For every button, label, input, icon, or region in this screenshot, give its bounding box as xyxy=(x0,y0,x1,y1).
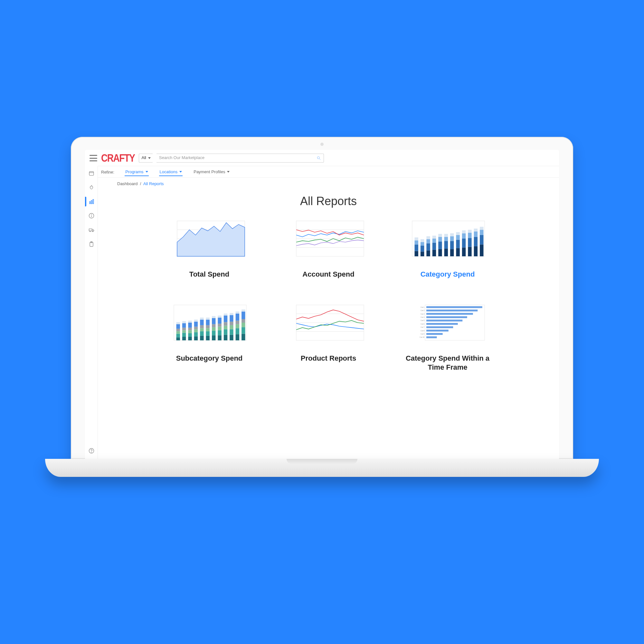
filter-payment-profiles-label: Payment Profiles xyxy=(194,169,225,174)
filter-programs-label: Programs xyxy=(125,169,143,174)
svg-rect-130 xyxy=(230,325,233,329)
svg-rect-27 xyxy=(414,241,418,245)
report-card-product-reports[interactable]: Product Reports xyxy=(280,302,377,372)
svg-rect-113 xyxy=(212,324,215,327)
svg-rect-96 xyxy=(194,321,198,327)
svg-rect-133 xyxy=(230,313,233,315)
svg-rect-84 xyxy=(182,323,186,327)
svg-rect-92 xyxy=(194,336,198,340)
svg-rect-140 xyxy=(241,334,245,340)
svg-rect-44 xyxy=(438,234,442,237)
svg-rect-112 xyxy=(212,327,215,331)
truck-icon[interactable] xyxy=(88,226,95,233)
svg-rect-61 xyxy=(468,247,471,256)
search-box: Search Our Marketplace xyxy=(156,154,324,163)
svg-rect-122 xyxy=(224,335,227,340)
svg-rect-158 xyxy=(426,329,449,331)
svg-rect-63 xyxy=(468,233,471,238)
svg-rect-53 xyxy=(456,248,459,256)
svg-rect-35 xyxy=(426,239,430,243)
clipboard-icon[interactable] xyxy=(88,241,95,248)
svg-rect-70 xyxy=(480,235,483,244)
search-input[interactable]: Search Our Marketplace xyxy=(156,154,324,163)
svg-rect-42 xyxy=(438,241,442,249)
report-card-label: Subcategory Spend xyxy=(176,354,243,363)
svg-rect-78 xyxy=(176,324,180,328)
topbar: CRAFTY All Search Our Marketplace xyxy=(85,150,559,166)
svg-rect-46 xyxy=(444,241,448,249)
breadcrumb-root[interactable]: Dashboard xyxy=(117,181,138,186)
svg-rect-111 xyxy=(212,331,215,335)
svg-rect-65 xyxy=(474,246,478,256)
search-category-select[interactable]: All xyxy=(139,154,153,163)
svg-rect-33 xyxy=(426,251,430,256)
svg-rect-62 xyxy=(468,238,471,247)
filter-locations-label: Locations xyxy=(160,169,178,174)
svg-rect-57 xyxy=(462,248,466,257)
bar-chart-icon xyxy=(406,218,489,263)
svg-rect-153 xyxy=(426,313,473,315)
svg-rect-88 xyxy=(188,330,192,333)
svg-rect-5 xyxy=(93,199,94,204)
svg-text:Cat 7: Cat 7 xyxy=(421,326,424,328)
report-card-total-spend[interactable]: Total Spend xyxy=(161,218,258,279)
svg-rect-31 xyxy=(421,242,424,246)
svg-rect-43 xyxy=(438,237,442,242)
report-card-label: Total Spend xyxy=(189,270,229,279)
svg-text:Cat 9: Cat 9 xyxy=(421,333,424,335)
info-icon[interactable] xyxy=(88,212,95,219)
svg-rect-56 xyxy=(456,232,459,235)
svg-rect-105 xyxy=(206,331,210,336)
filterbar: Refine: Programs Locations Payment Profi… xyxy=(85,166,559,178)
svg-rect-38 xyxy=(432,243,436,250)
breadcrumb-current[interactable]: All Reports xyxy=(143,181,164,186)
svg-rect-114 xyxy=(212,318,215,324)
svg-rect-117 xyxy=(218,330,221,335)
report-card-category-spend-timeframe[interactable]: Cat 1Cat 2Cat 3Cat 4Cat 5Cat 6Cat 7Cat 8… xyxy=(399,302,496,372)
svg-rect-99 xyxy=(200,331,204,336)
chevron-down-icon xyxy=(146,171,148,173)
laptop-base xyxy=(45,459,599,477)
svg-point-10 xyxy=(90,231,90,232)
svg-rect-40 xyxy=(432,236,436,239)
chevron-down-icon xyxy=(227,171,230,173)
svg-rect-131 xyxy=(230,321,233,325)
svg-rect-102 xyxy=(200,319,204,325)
filter-programs[interactable]: Programs xyxy=(125,168,148,176)
svg-rect-3 xyxy=(90,202,90,204)
svg-rect-2 xyxy=(89,172,93,175)
svg-rect-139 xyxy=(236,311,239,313)
svg-text:Cat 3: Cat 3 xyxy=(421,313,424,315)
report-card-label: Account Spend xyxy=(302,270,354,279)
svg-rect-47 xyxy=(444,237,448,241)
filter-locations[interactable]: Locations xyxy=(159,168,183,176)
home-icon[interactable] xyxy=(88,170,95,177)
svg-rect-109 xyxy=(206,317,210,319)
svg-rect-58 xyxy=(462,239,466,248)
search-category-select-label: All xyxy=(142,155,146,160)
svg-rect-120 xyxy=(218,317,221,324)
svg-rect-55 xyxy=(456,235,459,240)
apple-icon[interactable] xyxy=(88,184,95,191)
svg-rect-51 xyxy=(450,236,454,241)
report-card-category-spend[interactable]: Category Spend xyxy=(399,218,496,279)
reports-icon[interactable] xyxy=(88,198,95,205)
svg-rect-81 xyxy=(182,333,186,337)
svg-rect-127 xyxy=(224,313,227,315)
svg-rect-4 xyxy=(91,201,92,204)
svg-rect-101 xyxy=(200,325,204,328)
chevron-down-icon xyxy=(179,171,182,173)
help-icon[interactable] xyxy=(88,447,95,454)
report-card-account-spend[interactable]: Account Spend xyxy=(280,218,377,279)
filter-payment-profiles[interactable]: Payment Profiles xyxy=(193,168,230,176)
report-card-subcategory-spend[interactable]: Subcategory Spend xyxy=(161,302,258,372)
svg-rect-64 xyxy=(468,230,471,233)
laptop-camera-notch xyxy=(320,143,324,146)
svg-rect-154 xyxy=(426,316,467,318)
line-chart-icon xyxy=(287,302,370,347)
brand-logo: CRAFTY xyxy=(101,152,135,164)
chart-thumb-stackedbar xyxy=(406,218,489,263)
svg-rect-68 xyxy=(474,229,478,232)
hamburger-menu-icon[interactable] xyxy=(90,155,97,161)
svg-rect-118 xyxy=(218,327,221,330)
